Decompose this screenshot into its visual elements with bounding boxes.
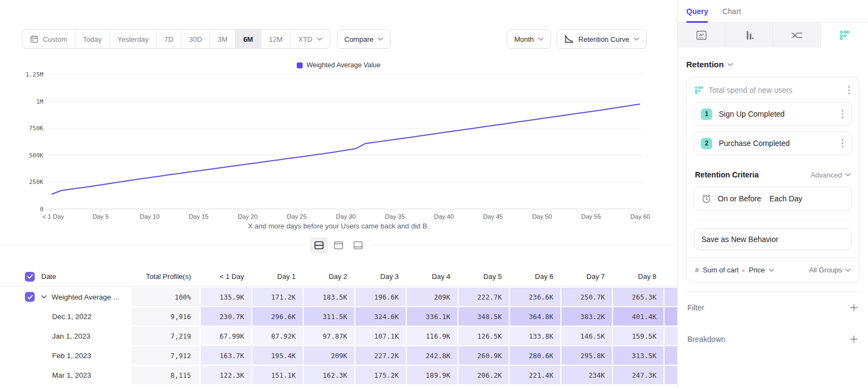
column-header-day-3: Day 3 [355,267,406,286]
kebab-menu-icon[interactable] [847,85,851,96]
retention-value-cell[interactable]: 227.2K [355,346,406,365]
retention-value-cell[interactable]: 87.92K [252,327,303,345]
retention-value-cell[interactable]: 230.7K [201,307,251,326]
retention-value-cell-partial [665,327,677,345]
retention-value-cell[interactable]: 250.7K [561,288,612,306]
retention-value-cell[interactable]: 206.2K [458,366,509,384]
add-breakdown-button[interactable] [850,335,858,344]
column-header--1-day: < 1 Day [201,267,251,286]
retention-value-cell[interactable]: 295.8K [561,346,612,365]
behavior-step-1[interactable]: 1Sign Up Completed [694,102,852,126]
kebab-menu-icon[interactable] [840,109,845,119]
retention-value-cell[interactable]: 189.9K [407,366,457,384]
criteria-mode-dropdown[interactable]: Advanced [810,171,851,179]
retention-value-cell[interactable]: 175.2K [355,366,406,384]
range-label: XTD [298,35,312,43]
retention-value-cell[interactable]: 280.6K [510,346,560,365]
retention-grid-icon [839,30,850,41]
range-30d[interactable]: 30D [181,30,209,48]
retention-value-cell[interactable]: 122.3K [201,366,251,384]
range-custom[interactable]: Custom [22,30,75,48]
measurement-row: # Sum of cart ▸ Price All Groups [687,257,859,282]
retention-value-cell[interactable]: 159.5K [613,327,663,345]
retention-value-cell[interactable]: 163.7K [201,346,251,365]
chart-type-retention[interactable] [821,23,868,48]
range-7d[interactable]: 7D [156,30,181,48]
retention-value-cell[interactable]: 348.5K [458,307,509,326]
measurement-subproperty[interactable]: Price [749,266,765,274]
layout-bottom-button[interactable] [349,237,367,253]
retention-value-cell[interactable]: 146.5K [561,327,612,345]
chevron-down-icon [769,269,774,272]
select-all-checkbox[interactable] [25,272,35,282]
range-12m[interactable]: 12M [260,30,290,48]
chart-type-insights[interactable] [678,23,725,48]
chart-type-flows[interactable] [773,23,821,48]
criteria-timing-card[interactable]: On or Before Each Day [694,187,852,211]
expand-chevron-icon[interactable] [41,295,47,298]
retention-value-cell[interactable]: 401.4K [613,307,663,326]
retention-value-cell[interactable]: 265.3K [613,288,663,306]
retention-value-cell[interactable]: 162.3K [304,366,354,384]
tab-query[interactable]: Query [686,0,708,22]
retention-value-cell[interactable]: 242.8K [407,346,457,365]
svg-text:Day 60: Day 60 [630,213,650,220]
retention-value-cell[interactable]: 97.87K [304,327,354,345]
groups-dropdown[interactable]: All Groups [809,266,851,274]
retention-curve-chart[interactable]: 0250K500K750K1M1.25M< 1 DayDay 5Day 10Da… [0,57,677,227]
report-type-dropdown[interactable]: Retention [686,60,859,69]
kebab-menu-icon[interactable] [840,138,845,149]
retention-value-cell[interactable]: 324.6K [355,307,406,326]
range-today[interactable]: Today [75,30,110,48]
retention-value-cell[interactable]: 296.6K [252,307,303,326]
layout-top-button[interactable] [329,237,348,253]
add-filter-button[interactable] [850,303,858,312]
retention-value-cell[interactable]: 236.6K [510,288,560,306]
chart-type-dropdown[interactable]: Retention Curve [557,29,647,49]
behavior-step-2[interactable]: 2Purchase Completed [694,131,852,155]
retention-value-cell[interactable]: 151.1K [252,366,303,384]
chart-type-bars[interactable] [725,23,773,48]
svg-text:Day 45: Day 45 [483,213,503,220]
retention-value-cell[interactable]: 126.5K [458,327,509,345]
retention-line-series[interactable] [52,104,640,194]
retention-value-cell[interactable]: 133.8K [510,327,560,345]
retention-value-cell[interactable]: 336.1K [407,307,457,326]
tab-chart[interactable]: Chart [722,0,741,22]
range-6m[interactable]: 6M [235,30,260,48]
row-checkbox[interactable] [25,292,35,302]
chevron-down-icon [845,173,851,176]
range-yesterday[interactable]: Yesterday [110,30,156,48]
range-3m[interactable]: 3M [209,30,235,48]
table-row: Mar 1, 20238,115122.3K151.1K162.3K175.2K… [0,366,677,384]
compare-button[interactable]: Compare [337,29,391,49]
retention-value-cell[interactable]: 313.5K [613,346,663,365]
retention-value-cell[interactable]: 196.6K [355,288,406,306]
retention-value-cell[interactable]: 221.4K [510,366,560,384]
retention-value-cell[interactable]: 383.2K [561,307,612,326]
layout-split-button[interactable] [310,237,328,253]
retention-value-cell[interactable]: 364.8K [510,307,560,326]
row-label-cell: Weighted Average ... [0,288,131,306]
retention-value-cell[interactable]: 209K [304,346,354,365]
retention-value-cell[interactable]: 107.1K [355,327,406,345]
retention-value-cell[interactable]: 171.2K [252,288,303,306]
retention-value-cell[interactable]: 247.3K [613,366,663,384]
retention-value-cell[interactable]: 183.5K [304,288,354,306]
measurement-property-dropdown[interactable]: Sum of cart [703,266,738,274]
retention-value-cell[interactable]: 222.7K [458,288,509,306]
granularity-dropdown[interactable]: Month [507,29,551,49]
retention-value-cell[interactable]: 209K [407,288,457,306]
retention-value-cell[interactable]: 135.9K [201,288,251,306]
retention-value-cell[interactable]: 311.5K [304,307,354,326]
retention-value-cell[interactable]: 116.9K [407,327,457,345]
range-xtd[interactable]: XTD [290,30,330,48]
svg-text:< 1 Day: < 1 Day [42,213,64,220]
retention-value-cell[interactable]: 260.9K [458,346,509,365]
retention-value-cell-partial [665,366,677,384]
retention-value-cell[interactable]: 195.4K [252,346,303,365]
query-sidebar: Query Chart Retention [677,0,868,388]
retention-value-cell[interactable]: 67.99K [201,327,251,345]
retention-value-cell[interactable]: 234K [561,366,612,384]
save-as-new-behavior-button[interactable]: Save as New Behavior [694,228,852,250]
